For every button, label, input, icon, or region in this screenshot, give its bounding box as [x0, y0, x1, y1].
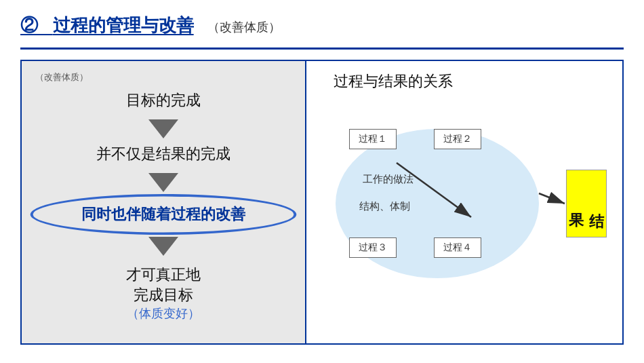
diagram: 过程１ 过程２ 过程３ 过程４ 工作的做法 结构、体制 结果: [322, 109, 607, 312]
step1-text: 目标的完成: [126, 90, 201, 111]
step3-text: 同时也伴随着过程的改善: [81, 206, 245, 223]
panel-note: （改善体质）: [35, 71, 88, 83]
process3-label: 过程３: [359, 242, 387, 252]
process-box-3: 过程３: [349, 237, 397, 258]
left-panel: （改善体质） 目标的完成 并不仅是结果的完成 同时也伴随着过程的改善 才可真正地…: [22, 61, 306, 343]
right-title: 过程与结果的关系: [320, 71, 453, 92]
work-method-text: 工作的做法: [363, 173, 414, 186]
svg-line-2: [539, 193, 565, 204]
page-title: ② 过程的管理与改善: [20, 14, 194, 37]
process1-label: 过程１: [359, 133, 387, 144]
step2-text: 并不仅是结果的完成: [96, 144, 230, 164]
right-panel: 过程与结果的关系: [306, 61, 622, 343]
process2-label: 过程２: [443, 133, 472, 144]
header-subtitle: （改善体质）: [207, 19, 281, 35]
title-text: 过程的管理与改善: [53, 15, 194, 35]
step3-highlight: 同时也伴随着过程的改善: [61, 197, 266, 231]
step4-sub: （体质变好）: [127, 305, 200, 322]
process-box-2: 过程２: [434, 129, 481, 149]
header: ② 过程的管理与改善 （改善体质）: [20, 14, 624, 37]
process-box-4: 过程４: [434, 237, 481, 258]
process-box-1: 过程１: [349, 129, 397, 149]
header-line: [20, 47, 624, 50]
structure-text: 结构、体制: [359, 200, 410, 213]
result-box: 结果: [566, 170, 607, 237]
process4-label: 过程４: [443, 242, 472, 252]
page-container: ② 过程的管理与改善 （改善体质） （改善体质） 目标的完成 并不仅是结果的完成…: [0, 0, 644, 363]
arrow3: [148, 237, 178, 256]
title-number: ②: [20, 15, 38, 35]
arrow1: [148, 119, 178, 138]
arrow2: [148, 173, 178, 192]
main-content: （改善体质） 目标的完成 并不仅是结果的完成 同时也伴随着过程的改善 才可真正地…: [20, 60, 624, 345]
step4-text: 才可真正地完成目标: [126, 265, 201, 305]
